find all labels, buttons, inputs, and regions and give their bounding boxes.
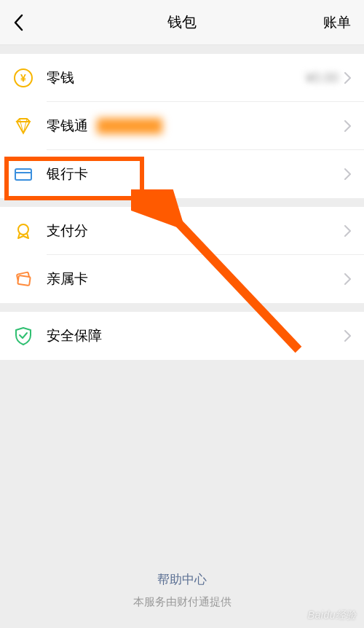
censored-value: [97, 118, 162, 134]
list-item-security[interactable]: 安全保障: [0, 312, 364, 360]
yen-circle-icon: ¥: [13, 68, 33, 88]
watermark: Baidu经验: [308, 609, 357, 622]
chevron-right-icon: [344, 330, 351, 342]
page-title: 钱包: [167, 12, 197, 32]
list-item-bank-card[interactable]: 银行卡: [0, 150, 364, 198]
svg-point-7: [18, 224, 28, 235]
item-label: 银行卡: [47, 165, 88, 184]
section-pay: 支付分 亲属卡: [0, 207, 364, 303]
item-label: 安全保障: [47, 326, 102, 345]
chevron-left-icon: [13, 14, 23, 31]
back-button[interactable]: [13, 14, 31, 31]
shield-icon: [13, 326, 33, 346]
chevron-right-icon: [344, 273, 351, 285]
chevron-right-icon: [344, 168, 351, 180]
list-item-change[interactable]: ¥ 零钱 ¥0.00: [0, 54, 364, 102]
badge-icon: [13, 221, 33, 241]
item-label: 支付分: [47, 221, 88, 240]
section-security: 安全保障: [0, 312, 364, 360]
chevron-right-icon: [344, 72, 351, 84]
list-item-change-plus[interactable]: 零钱通: [0, 102, 364, 150]
card-icon: [13, 164, 33, 184]
list-item-family-card[interactable]: 亲属卡: [0, 255, 364, 303]
svg-text:¥: ¥: [20, 72, 26, 84]
chevron-right-icon: [344, 120, 351, 132]
section-wallet: ¥ 零钱 ¥0.00 零钱通 银行卡: [0, 54, 364, 198]
bills-link[interactable]: 账单: [323, 13, 351, 32]
list-item-pay-score[interactable]: 支付分: [0, 207, 364, 255]
help-link[interactable]: 帮助中心: [0, 571, 364, 588]
item-label: 零钱: [47, 68, 74, 87]
chevron-right-icon: [344, 225, 351, 237]
header: 钱包 账单: [0, 0, 364, 45]
item-label: 零钱通: [47, 117, 88, 136]
svg-marker-2: [17, 122, 30, 133]
svg-rect-5: [15, 169, 31, 180]
item-value: ¥0.00: [306, 71, 339, 86]
cards-icon: [13, 269, 33, 289]
provider-text: 本服务由财付通提供: [133, 595, 232, 608]
item-label: 亲属卡: [47, 270, 88, 289]
footer: 帮助中心 本服务由财付通提供: [0, 571, 364, 609]
svg-rect-9: [17, 275, 31, 286]
diamond-icon: [13, 116, 33, 136]
